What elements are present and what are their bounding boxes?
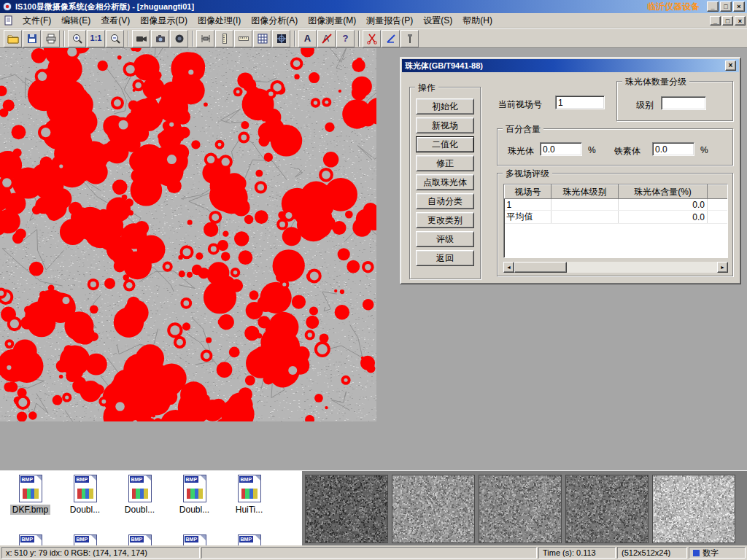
op-grade-button[interactable]: 评级 <box>416 231 474 247</box>
col-pearlite-grade[interactable]: 珠光体级别 <box>551 185 619 199</box>
pearlite-label: 珠光体 <box>508 145 534 158</box>
scroll-left-button[interactable]: ◄ <box>503 262 514 273</box>
thumbnail-5[interactable] <box>652 475 735 543</box>
minimize-button[interactable]: _ <box>707 1 719 12</box>
menu-item-image-process[interactable]: 图像处理(I) <box>193 14 246 28</box>
op-new-field-button[interactable]: 新视场 <box>416 117 474 133</box>
status-dimensions: (512x512x24) <box>617 547 687 559</box>
help-button[interactable]: ? <box>336 30 355 47</box>
zoom-out-button[interactable] <box>106 30 124 47</box>
table-row[interactable]: 1 0.0 <box>505 199 729 211</box>
pearlite-input[interactable] <box>540 142 582 156</box>
capture-button[interactable] <box>170 30 188 47</box>
bmp-file-icon: BMP <box>128 534 152 545</box>
scroll-track[interactable] <box>514 262 717 273</box>
child-close-button[interactable]: × <box>735 16 746 26</box>
file-item[interactable]: BMP Doubl... <box>112 475 167 515</box>
file-name[interactable]: DKF.bmp <box>10 505 50 515</box>
menu-item-help[interactable]: 帮助(H) <box>457 14 498 28</box>
page-fold <box>201 475 206 481</box>
menu-item-file[interactable]: 文件(F) <box>18 14 56 28</box>
text-delete-button[interactable]: A <box>317 30 336 47</box>
op-pick-pearlite-button[interactable]: 点取珠光体 <box>416 174 474 190</box>
camera-icon <box>155 33 166 44</box>
current-field-input[interactable] <box>555 96 605 109</box>
col-ferrite[interactable]: 铁素 <box>708 185 729 199</box>
thumbnail-1[interactable] <box>305 475 388 543</box>
menu-item-view[interactable]: 查看(V) <box>96 14 135 28</box>
pin-button[interactable] <box>400 30 419 47</box>
file-name[interactable]: HuiTi... <box>233 505 266 515</box>
percent-group-title: 百分含量 <box>503 123 543 136</box>
ferrite-input[interactable] <box>652 142 694 156</box>
file-item[interactable]: BMP Doubl... <box>58 475 112 515</box>
file-item-partial[interactable]: BMP <box>58 534 112 545</box>
print-button[interactable] <box>42 30 60 47</box>
toolbar: 1:1 A A ? <box>0 28 747 48</box>
video-camera-icon <box>136 33 147 44</box>
restore-button[interactable]: □ <box>720 1 732 12</box>
thumbnail-4[interactable] <box>565 475 649 543</box>
file-item-partial[interactable]: BMP <box>3 534 58 545</box>
col-field-number[interactable]: 视场号 <box>505 185 551 199</box>
menubar: 文件(F) 编辑(E) 查看(V) 图像显示(D) 图像处理(I) 图像分析(A… <box>0 13 747 28</box>
file-name[interactable]: Doubl... <box>68 505 102 515</box>
micrograph-image[interactable] <box>0 48 376 421</box>
ruler-vertical-button[interactable] <box>215 30 233 47</box>
file-item[interactable]: BMP HuiTi... <box>222 475 276 515</box>
table-row[interactable]: 平均值 0.0 <box>505 211 729 224</box>
op-return-button[interactable]: 返回 <box>416 250 474 266</box>
col-pearlite-content[interactable]: 珠光体含量(%) <box>619 185 708 199</box>
op-auto-classify-button[interactable]: 自动分类 <box>416 193 474 209</box>
scroll-thumb[interactable] <box>514 262 567 273</box>
ruler-horizontal-button[interactable] <box>234 30 252 47</box>
grade-label: 级别 <box>636 99 654 112</box>
video-camera-button[interactable] <box>132 30 150 47</box>
thumbnail-2[interactable] <box>392 475 475 543</box>
caliper-button[interactable] <box>196 30 214 47</box>
thumbnail-3[interactable] <box>479 475 562 543</box>
dialog-close-button[interactable]: × <box>725 61 736 71</box>
cut-button[interactable] <box>363 30 381 47</box>
file-name[interactable]: Doubl... <box>123 505 157 515</box>
menu-item-image-display[interactable]: 图像显示(D) <box>135 14 193 28</box>
grade-input[interactable] <box>661 96 706 110</box>
ferrite-unit: % <box>700 145 708 155</box>
menu-item-image-analysis[interactable]: 图像分析(A) <box>246 14 303 28</box>
text-annotation-button[interactable]: A <box>298 30 317 47</box>
close-button[interactable]: × <box>733 1 745 12</box>
bmp-file-icon: BMP <box>238 475 261 502</box>
scroll-right-button[interactable]: ► <box>717 262 728 273</box>
multiview-group-title: 多视场评级 <box>503 168 552 180</box>
menu-item-settings[interactable]: 设置(S) <box>418 14 457 28</box>
op-change-class-button[interactable]: 更改类别 <box>416 212 474 228</box>
camera-button[interactable] <box>151 30 169 47</box>
toolbar-separator <box>294 31 295 47</box>
dialog-titlebar[interactable]: 珠光体(GB/T9441-88) × <box>402 59 739 72</box>
op-init-button[interactable]: 初始化 <box>416 98 474 114</box>
op-correct-button[interactable]: 修正 <box>416 155 474 171</box>
child-minimize-button[interactable]: _ <box>710 16 721 26</box>
actual-size-button[interactable]: 1:1 <box>87 30 105 47</box>
zoom-in-button[interactable] <box>68 30 86 47</box>
op-binarize-button[interactable]: 二值化 <box>416 136 474 152</box>
menu-item-report[interactable]: 测量报告(P) <box>361 14 418 28</box>
file-item-partial[interactable]: BMP <box>112 534 167 545</box>
bmp-badge: BMP <box>20 536 35 542</box>
file-item-partial[interactable]: BMP <box>167 534 222 545</box>
crosshair-grid-button[interactable] <box>272 30 290 47</box>
menu-item-image-measure[interactable]: 图像测量(M) <box>303 14 361 28</box>
mdi-document-icon[interactable] <box>3 15 15 26</box>
file-item[interactable]: BMP Doubl... <box>167 475 222 515</box>
save-button[interactable] <box>23 30 41 47</box>
multiview-table: 视场号 珠光体级别 珠光体含量(%) 铁素 1 0.0 <box>504 184 728 224</box>
file-name[interactable]: Doubl... <box>177 505 212 515</box>
angle-measure-button[interactable] <box>382 30 400 47</box>
menu-item-edit[interactable]: 编辑(E) <box>56 14 96 28</box>
file-item-partial[interactable]: BMP <box>222 534 276 545</box>
page-fold <box>36 535 42 540</box>
child-restore-button[interactable]: □ <box>722 16 733 26</box>
open-button[interactable] <box>4 30 22 47</box>
file-item[interactable]: BMP DKF.bmp <box>3 475 58 515</box>
grid-button[interactable] <box>253 30 271 47</box>
